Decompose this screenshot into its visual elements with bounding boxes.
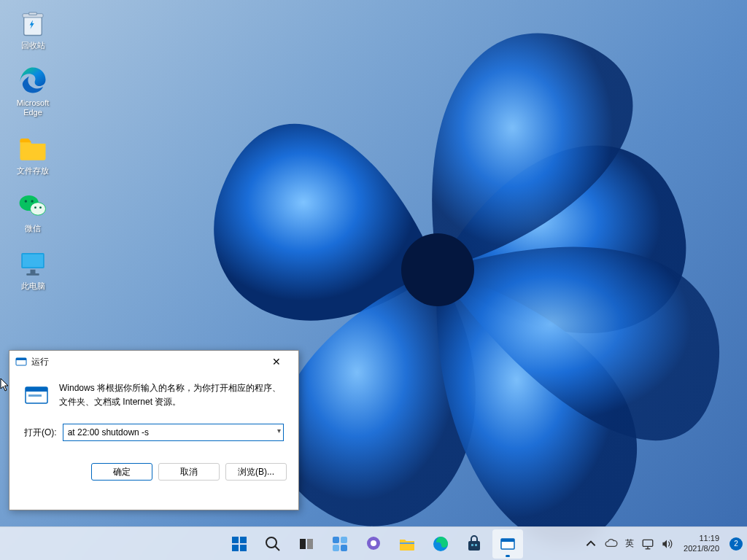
svg-rect-17	[28, 394, 42, 397]
task-view-button[interactable]	[291, 529, 322, 559]
desktop-icons-area: 回收站 Microsoft Edge 文件存放 微信 此电脑	[7, 7, 58, 291]
svg-rect-36	[475, 544, 477, 546]
taskbar-clock[interactable]: 11:19 2021/8/20	[681, 534, 722, 553]
store-button[interactable]	[459, 529, 489, 559]
icon-label: 回收站	[21, 41, 45, 50]
run-dialog-titlebar[interactable]: 运行 ✕	[9, 351, 298, 373]
svg-rect-11	[31, 270, 36, 273]
svg-point-5	[25, 200, 28, 203]
notification-count: 2	[734, 540, 738, 548]
close-button[interactable]: ✕	[260, 351, 293, 372]
start-button[interactable]	[224, 529, 255, 559]
onedrive-tray[interactable]	[605, 537, 618, 551]
widgets-button[interactable]	[325, 529, 355, 559]
svg-rect-20	[232, 545, 239, 551]
icon-label: Microsoft Edge	[7, 98, 58, 117]
desktop-icon-folder[interactable]: 文件存放	[7, 133, 58, 176]
svg-point-22	[266, 537, 276, 548]
close-icon: ✕	[272, 356, 281, 368]
svg-rect-1	[24, 16, 42, 35]
desktop-icon-edge[interactable]: Microsoft Edge	[7, 65, 58, 117]
svg-point-4	[31, 202, 46, 215]
cancel-button[interactable]: 取消	[158, 463, 220, 481]
svg-point-31	[371, 540, 376, 546]
clock-date: 2021/8/20	[684, 544, 719, 553]
svg-point-0	[401, 233, 474, 306]
svg-rect-32	[400, 542, 414, 544]
svg-rect-21	[240, 545, 247, 551]
network-icon	[641, 537, 654, 551]
svg-rect-10	[23, 254, 43, 268]
desktop-icon-this-pc[interactable]: 此电脑	[7, 248, 58, 291]
svg-point-6	[31, 200, 34, 203]
icon-label: 微信	[25, 224, 41, 233]
edge-taskbar-button[interactable]	[425, 529, 456, 559]
folder-icon	[398, 535, 416, 553]
svg-rect-28	[333, 545, 339, 551]
svg-rect-26	[333, 537, 339, 543]
svg-rect-38	[501, 539, 514, 542]
svg-rect-16	[26, 387, 47, 392]
icon-label: 文件存放	[17, 166, 49, 176]
open-label: 打开(O):	[24, 427, 57, 439]
svg-rect-14	[16, 358, 26, 360]
svg-line-23	[275, 546, 279, 551]
chevron-up-icon	[584, 537, 597, 551]
svg-point-8	[39, 206, 42, 209]
run-dialog-title: 运行	[31, 356, 260, 368]
svg-rect-18	[232, 537, 239, 543]
explorer-button[interactable]	[392, 529, 422, 559]
monitor-icon	[18, 248, 48, 279]
search-icon	[264, 535, 282, 553]
desktop-icon-recycle-bin[interactable]: 回收站	[7, 7, 58, 50]
task-view-icon	[298, 535, 315, 553]
wechat-icon	[18, 190, 48, 221]
taskbar-center-items	[224, 527, 523, 560]
svg-rect-39	[643, 540, 653, 546]
browse-button[interactable]: 浏览(B)...	[225, 463, 287, 481]
chat-icon	[365, 535, 382, 553]
edge-icon	[18, 65, 48, 96]
notification-button[interactable]: 2	[729, 537, 743, 551]
taskbar: 英 11:19 2021/8/20 2	[0, 526, 747, 560]
chat-button[interactable]	[358, 529, 389, 559]
run-app-icon	[24, 383, 49, 408]
svg-rect-29	[341, 545, 347, 551]
cloud-icon	[605, 537, 618, 551]
search-button[interactable]	[258, 529, 288, 559]
widgets-icon	[331, 535, 349, 553]
svg-rect-24	[300, 539, 306, 549]
store-icon	[465, 535, 483, 553]
speaker-icon	[660, 537, 673, 551]
run-command-input[interactable]	[63, 424, 284, 441]
ok-button[interactable]: 确定	[91, 463, 152, 481]
run-description: Windows 将根据你所输入的名称，为你打开相应的程序、文件夹、文档或 Int…	[59, 381, 284, 409]
svg-rect-35	[471, 544, 473, 546]
windows-icon	[231, 535, 248, 553]
tray-overflow-button[interactable]	[584, 537, 597, 551]
svg-point-7	[34, 206, 36, 209]
run-window-icon	[15, 356, 27, 368]
svg-rect-12	[26, 273, 39, 276]
svg-rect-34	[468, 541, 480, 551]
run-icon	[499, 535, 516, 553]
system-tray: 英 11:19 2021/8/20 2	[584, 527, 743, 560]
edge-icon	[432, 535, 449, 553]
recycle-bin-icon	[18, 7, 48, 38]
network-tray[interactable]	[641, 537, 654, 551]
svg-rect-19	[240, 537, 247, 543]
svg-rect-27	[341, 537, 347, 543]
svg-rect-25	[307, 539, 313, 549]
volume-tray[interactable]	[660, 537, 673, 551]
icon-label: 此电脑	[21, 281, 45, 291]
run-taskbar-button[interactable]	[492, 529, 523, 559]
ime-indicator[interactable]: 英	[625, 537, 634, 551]
clock-time: 11:19	[684, 534, 719, 543]
desktop-icon-wechat[interactable]: 微信	[7, 190, 58, 233]
folder-icon	[18, 133, 48, 163]
run-dialog: 运行 ✕ Windows 将根据你所输入的名称，为你打开相应的程序、文件夹、文档…	[9, 350, 299, 510]
